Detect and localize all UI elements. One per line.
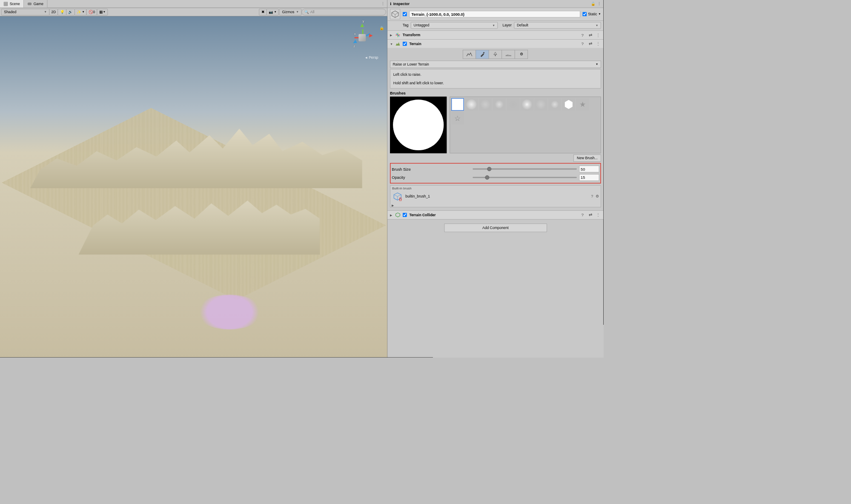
context-menu-icon[interactable]: ⋮ <box>596 33 601 37</box>
gameobject-name-input[interactable] <box>409 11 580 18</box>
lightbulb-icon: 💡 <box>60 10 65 14</box>
svg-rect-5 <box>28 3 32 5</box>
new-brush-button[interactable]: New Brush... <box>573 155 601 162</box>
brush-thumb-5[interactable] <box>507 98 519 111</box>
inspector-lock-icon[interactable]: 🔓 <box>591 2 596 6</box>
terrain-tools: ⚙ <box>390 50 601 59</box>
grid-toggle[interactable]: ▦▼ <box>97 9 108 15</box>
tag-layer-row: Tag Untagged▼ Layer Default▼ <box>387 21 603 31</box>
shading-dropdown[interactable]: Shaded ▼ <box>1 9 49 15</box>
tools-icon: ✖ <box>261 10 264 14</box>
brush-preview <box>390 97 447 153</box>
brush-thumb-star-fill[interactable]: ★ <box>576 98 589 111</box>
gameobject-row: Static ▼ <box>387 8 603 20</box>
svg-marker-11 <box>395 42 400 46</box>
svg-rect-12 <box>483 52 485 54</box>
persp-label[interactable]: ◂ Persp <box>365 55 378 60</box>
tag-label: Tag <box>403 23 409 28</box>
tag-dropdown[interactable]: Untagged▼ <box>411 22 498 29</box>
help-icon[interactable]: ? <box>580 212 585 217</box>
layer-dropdown[interactable]: Default▼ <box>514 22 601 29</box>
hidden-toggle[interactable]: 🚫0 <box>86 9 97 15</box>
left-tabs-menu-icon[interactable]: ⋮ <box>379 0 387 8</box>
help-icon[interactable]: ? <box>580 33 585 37</box>
tab-game-label: Game <box>34 2 43 6</box>
builtin-brush-name: builtin_brush_1 <box>405 195 589 199</box>
2d-toggle[interactable]: 2D <box>49 9 58 15</box>
brush-thumb-star-outline[interactable]: ☆ <box>451 112 464 125</box>
tab-scene[interactable]: Scene <box>0 0 24 8</box>
brush-thumb-7[interactable] <box>535 98 547 111</box>
opacity-row: Opacity <box>392 173 599 182</box>
audio-toggle[interactable]: 🔊 <box>66 9 75 15</box>
brush-thumb-6[interactable] <box>521 98 533 111</box>
fold-icon: ▶ <box>390 33 393 37</box>
help-icon[interactable]: ? <box>591 195 593 199</box>
fx-toggle[interactable]: ✨▼ <box>74 9 86 15</box>
inspector-title: Inspector <box>393 2 410 6</box>
context-menu-icon[interactable]: ⋮ <box>596 212 601 217</box>
inspector-header: ℹ Inspector 🔓 ⋮ <box>387 0 603 8</box>
transform-header[interactable]: ▶ Transform ? ⇄ ⋮ <box>387 31 603 39</box>
collider-enabled-checkbox[interactable] <box>403 213 407 217</box>
preset-icon[interactable]: ⇄ <box>587 212 593 217</box>
opacity-slider[interactable] <box>473 177 577 178</box>
static-checkbox[interactable] <box>582 12 587 16</box>
scene-panel: Scene Game ⋮ Shaded ▼ 2D 💡 🔊 ✨▼ 🚫0 ▦▼ ✖ <box>0 0 387 357</box>
svg-rect-14 <box>495 54 496 56</box>
gizmos-dropdown[interactable]: Gizmos▼ <box>279 9 301 15</box>
orientation-gizmo[interactable]: y x z <box>346 21 379 54</box>
tools-button[interactable]: ✖ <box>259 9 267 15</box>
scene-icon <box>4 2 8 6</box>
svg-rect-0 <box>4 2 8 6</box>
builtin-header: Built-in brush <box>390 186 601 190</box>
terrain-enabled-checkbox[interactable] <box>403 42 407 46</box>
inspector-panel: ℹ Inspector 🔓 ⋮ Static ▼ Tag Untagged▼ L… <box>387 0 603 357</box>
viewport-lock-icon[interactable]: 🔒 <box>379 26 384 31</box>
builtin-brush-box: Built-in brush {} builtin_brush_1 ? ⚙ ▶ <box>390 185 601 207</box>
scene-search[interactable]: 🔍 All <box>301 9 386 15</box>
left-tabs: Scene Game ⋮ <box>0 0 387 8</box>
builtin-fold-icon[interactable]: ▶ <box>390 204 601 207</box>
highlighted-sliders: Brush Size Opacity <box>390 163 601 183</box>
scene-viewport[interactable]: 🔒 y x z ◂ Persp <box>0 16 387 357</box>
terrain-collider-header[interactable]: ▶ Terrain Collider ? ⇄ ⋮ <box>387 211 603 219</box>
brush-thumb-1[interactable] <box>451 98 464 111</box>
inspector-menu-icon[interactable]: ⋮ <box>597 2 601 6</box>
static-toggle[interactable]: Static ▼ <box>582 12 601 16</box>
terrain-header[interactable]: ▼ Terrain ? ⇄ ⋮ <box>387 40 603 48</box>
context-menu-icon[interactable]: ⋮ <box>596 41 601 46</box>
brush-thumb-9[interactable] <box>562 98 575 111</box>
tool-paint-trees[interactable] <box>489 50 502 59</box>
terrain-tool-dropdown[interactable]: Raise or Lower Terrain▼ <box>390 61 601 68</box>
tool-terrain-settings[interactable]: ⚙ <box>515 50 528 59</box>
shading-value: Shaded <box>4 10 16 14</box>
brush-area: ★ ☆ <box>390 97 601 153</box>
gameobject-icon[interactable] <box>390 9 400 19</box>
gameobject-active-checkbox[interactable] <box>403 12 407 16</box>
game-icon <box>28 2 32 6</box>
brush-thumb-8[interactable] <box>548 98 561 111</box>
help-icon[interactable]: ? <box>580 41 585 46</box>
brush-size-slider[interactable] <box>473 169 577 170</box>
brush-thumb-2[interactable] <box>465 98 478 111</box>
camera-button[interactable]: 📷▼ <box>266 9 278 15</box>
gear-icon[interactable]: ⚙ <box>596 195 599 199</box>
preset-icon[interactable]: ⇄ <box>587 41 593 46</box>
brush-size-input[interactable] <box>579 166 599 172</box>
tool-paint-terrain[interactable] <box>476 50 489 59</box>
brush-thumb-4[interactable] <box>493 98 506 111</box>
lighting-toggle[interactable]: 💡 <box>58 9 67 15</box>
tab-game[interactable]: Game <box>24 0 47 8</box>
opacity-input[interactable] <box>579 174 599 181</box>
preset-icon[interactable]: ⇄ <box>587 33 593 37</box>
eye-off-icon: 🚫 <box>89 10 93 14</box>
brush-size-row: Brush Size <box>392 165 599 173</box>
tool-create-neighbor[interactable] <box>463 50 476 59</box>
add-component-button[interactable]: Add Component <box>444 223 547 232</box>
tool-paint-details[interactable] <box>501 50 515 59</box>
collider-icon <box>395 212 400 217</box>
info-icon: ℹ <box>390 2 392 6</box>
brush-thumb-3[interactable] <box>479 98 492 111</box>
component-terrain: ▼ Terrain ? ⇄ ⋮ ⚙ Raise <box>387 40 603 211</box>
